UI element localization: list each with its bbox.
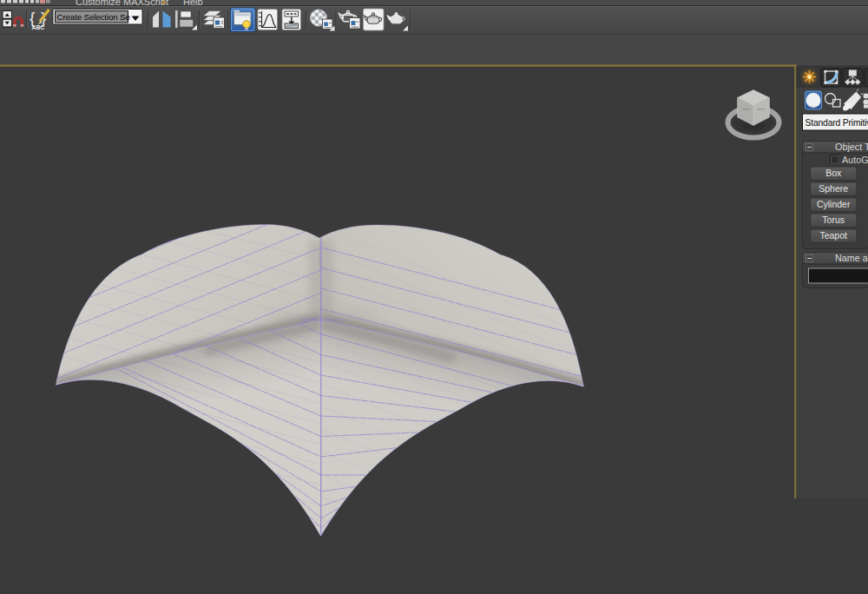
svg-text:Name and Color: Name and Color	[835, 253, 868, 263]
svg-text:ABC: ABC	[32, 24, 45, 30]
svg-text:Object Type: Object Type	[835, 142, 868, 152]
svg-text:Standard Primitiv: Standard Primitiv	[806, 118, 868, 128]
svg-text:Teapot: Teapot	[819, 230, 847, 241]
svg-text:AutoGrid: AutoGrid	[842, 155, 868, 165]
svg-text:Cylinder: Cylinder	[817, 199, 851, 209]
svg-text:Torus: Torus	[822, 214, 845, 225]
svg-text:Sphere: Sphere	[819, 183, 848, 194]
svg-text:Create Selection Se: Create Selection Se	[57, 12, 131, 22]
svg-text:Box: Box	[825, 168, 842, 178]
